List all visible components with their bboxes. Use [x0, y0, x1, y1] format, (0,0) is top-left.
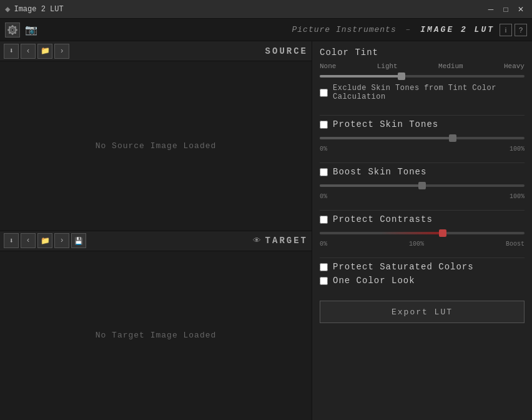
protect-contrasts-fill [320, 232, 443, 234]
source-section: ⬇ ‹ 📁 › SOURCE No Source Image Loaded [0, 41, 312, 231]
protect-contrasts-thumb[interactable] [439, 229, 446, 237]
target-label: TARGET [265, 236, 308, 246]
protect-contrasts-slider[interactable] [320, 228, 525, 238]
protect-skin-label: Protect Skin Tones [333, 119, 438, 129]
tint-labels: None Light Medium Heavy [320, 62, 525, 70]
divider-1 [320, 115, 525, 116]
color-tint-title: Color Tint [320, 48, 525, 58]
tint-none-label: None [320, 62, 336, 70]
boost-skin-section: Boost Skin Tones 0% 100% [320, 167, 525, 200]
protect-contrasts-max: Boost [506, 241, 525, 248]
source-toolbar: ⬇ ‹ 📁 › SOURCE [0, 41, 312, 61]
color-tint-fill [320, 75, 401, 78]
color-tint-track [320, 75, 525, 78]
header-title: Picture Instruments – IMAGE 2 LUT [37, 25, 495, 34]
one-color-look-label: One Color Look [333, 276, 415, 286]
target-next-btn[interactable]: › [54, 233, 69, 248]
color-tint-section: Color Tint None Light Medium Heavy [320, 48, 525, 105]
color-tint-slider[interactable] [320, 71, 525, 81]
title-bar-text: Image 2 LUT [14, 5, 485, 14]
target-no-image-text: No Target Image Loaded [96, 331, 217, 340]
boost-skin-fill [320, 184, 422, 187]
protect-contrasts-row: Protect Contrasts [320, 214, 525, 224]
protect-skin-percent-labels: 0% 100% [320, 146, 525, 152]
boost-skin-thumb[interactable] [418, 182, 426, 189]
protect-skin-track [320, 137, 525, 139]
target-toolbar: ⬇ ‹ 📁 › 💾 👁 TARGET [0, 231, 312, 251]
brand-separator: – [406, 25, 411, 34]
protect-skin-section: Protect Skin Tones 0% 100% [320, 119, 525, 152]
target-folder-btn[interactable]: 📁 [37, 233, 52, 248]
gear-button[interactable] [5, 22, 20, 38]
gear-icon [7, 25, 17, 35]
protect-skin-min: 0% [320, 146, 327, 152]
protect-skin-thumb[interactable] [449, 134, 456, 142]
tint-medium-label: Medium [438, 62, 463, 70]
protect-contrasts-label: Protect Contrasts [333, 214, 433, 224]
protect-contrasts-track [320, 232, 525, 234]
protect-skin-fill [320, 137, 453, 139]
boost-skin-row: Boost Skin Tones [320, 167, 525, 177]
protect-contrasts-mid: 100% [409, 241, 424, 248]
right-panel: Color Tint None Light Medium Heavy [312, 41, 532, 420]
protect-contrasts-labels: 0% 100% Boost [320, 241, 525, 248]
boost-skin-label: Boost Skin Tones [333, 167, 426, 177]
header-bar: 📷 Picture Instruments – IMAGE 2 LUT i ? [0, 19, 532, 41]
protect-skin-row: Protect Skin Tones [320, 119, 525, 129]
one-color-look-checkbox[interactable] [320, 277, 328, 285]
boost-skin-checkbox[interactable] [320, 168, 328, 176]
minimize-button[interactable]: ─ [485, 3, 497, 16]
color-tint-slider-container: None Light Medium Heavy [320, 62, 525, 81]
help-button[interactable]: ? [515, 24, 527, 36]
protect-saturated-checkbox[interactable] [320, 263, 328, 271]
protect-skin-slider[interactable] [320, 133, 525, 143]
boost-skin-max: 100% [510, 193, 525, 200]
color-tint-thumb[interactable] [398, 72, 405, 80]
tint-heavy-label: Heavy [504, 62, 525, 70]
one-color-look-row: One Color Look [320, 276, 525, 286]
boost-skin-percent-labels: 0% 100% [320, 193, 525, 200]
camera-icon: 📷 [25, 24, 37, 36]
maximize-button[interactable]: □ [500, 3, 512, 16]
exclude-skin-tones-row: Exclude Skin Tones from Tint Color Calcu… [320, 84, 525, 101]
target-prev-btn[interactable]: ‹ [21, 233, 36, 248]
tint-light-label: Light [377, 62, 398, 70]
divider-4 [320, 258, 525, 258]
source-no-image-text: No Source Image Loaded [96, 141, 217, 151]
source-save-btn[interactable]: ⬇ [4, 44, 19, 59]
target-save2-btn[interactable]: 💾 [71, 233, 86, 248]
window-controls: ─ □ ✕ [485, 3, 527, 16]
app-icon: ◆ [5, 4, 10, 14]
header-info-btns: i ? [500, 24, 527, 36]
protect-contrasts-section: Protect Contrasts 0% 100% Boost [320, 214, 525, 248]
left-panel: ⬇ ‹ 📁 › SOURCE No Source Image Loaded ⬇ … [0, 41, 312, 420]
exclude-skin-tones-label: Exclude Skin Tones from Tint Color Calcu… [333, 84, 525, 101]
protect-contrasts-min: 0% [320, 241, 327, 248]
info-button[interactable]: i [500, 24, 512, 36]
close-button[interactable]: ✕ [515, 3, 527, 16]
protect-contrasts-checkbox[interactable] [320, 216, 328, 224]
target-image-area: No Target Image Loaded [0, 251, 312, 421]
export-lut-button[interactable]: Export LUT [320, 301, 525, 323]
protect-saturated-row: Protect Saturated Colors [320, 262, 525, 272]
source-label: SOURCE [265, 46, 308, 56]
boost-skin-slider[interactable] [320, 181, 525, 191]
target-section: ⬇ ‹ 📁 › 💾 👁 TARGET No Target Image Loade… [0, 231, 312, 421]
target-save-btn[interactable]: ⬇ [4, 233, 19, 248]
boost-skin-track [320, 184, 525, 187]
divider-2 [320, 162, 525, 163]
brand-name: IMAGE 2 LUT [420, 25, 495, 34]
exclude-skin-tones-checkbox[interactable] [320, 89, 328, 97]
boost-skin-min: 0% [320, 193, 327, 200]
protect-skin-max: 100% [510, 146, 525, 152]
brand-prefix: Picture Instruments [292, 25, 397, 34]
protect-saturated-section: Protect Saturated Colors One Color Look [320, 262, 525, 289]
source-prev-btn[interactable]: ‹ [21, 44, 36, 59]
protect-skin-checkbox[interactable] [320, 121, 328, 129]
source-folder-btn[interactable]: 📁 [37, 44, 52, 59]
title-bar: ◆ Image 2 LUT ─ □ ✕ [0, 0, 532, 19]
divider-3 [320, 210, 525, 211]
eye-icon: 👁 [253, 236, 261, 246]
source-next-btn[interactable]: › [54, 44, 69, 59]
app-container: 📷 Picture Instruments – IMAGE 2 LUT i ? … [0, 19, 532, 420]
